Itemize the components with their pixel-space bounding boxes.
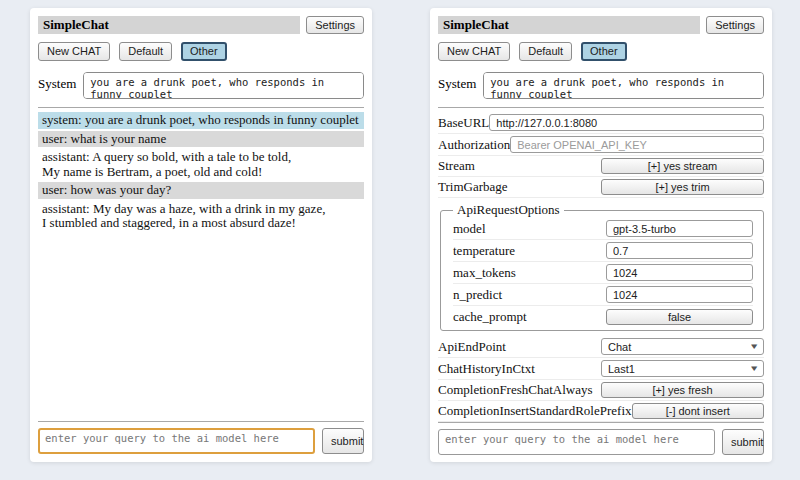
query-input[interactable]	[438, 429, 715, 455]
setting-label: TrimGarbage	[438, 179, 601, 195]
settings-button[interactable]: Settings	[306, 16, 364, 34]
chat-message-user: user: how was your day?	[38, 182, 364, 199]
submit-button[interactable]: submit	[322, 428, 364, 454]
baseurl-input[interactable]	[489, 114, 764, 131]
divider	[38, 107, 364, 108]
setting-label: Authorization	[438, 137, 510, 153]
setting-row-n-predict: n_predict	[453, 284, 753, 306]
setting-row-stream: Stream [+] yes stream	[438, 156, 764, 177]
setting-row-cache-prompt: cache_prompt false	[453, 306, 753, 327]
session-tab-other[interactable]: Other	[581, 42, 627, 61]
setting-label: model	[453, 221, 606, 237]
authorization-input[interactable]	[510, 136, 764, 153]
setting-row-trimgarbage: TrimGarbage [+] yes trim	[438, 177, 764, 198]
chat-message-system: system: you are a drunk poet, who respon…	[38, 112, 364, 129]
header: SimpleChat Settings	[38, 16, 364, 34]
session-tab-default[interactable]: Default	[519, 42, 572, 61]
system-prompt-row: System you are a drunk poet, who respond…	[438, 72, 764, 99]
chevron-down-icon: ▾	[752, 364, 758, 373]
chathistoryinctxt-select[interactable]: Last1 ▾	[601, 360, 764, 377]
new-chat-button[interactable]: New CHAT	[38, 42, 110, 61]
setting-row-completionfreshchatalways: CompletionFreshChatAlways [+] yes fresh	[438, 380, 764, 401]
query-area: submit	[438, 422, 764, 455]
session-toolbar: New CHAT Default Other	[38, 42, 364, 61]
setting-row-max-tokens: max_tokens	[453, 262, 753, 284]
session-tab-other[interactable]: Other	[181, 42, 227, 61]
api-request-options-fieldset: ApiRequestOptions model temperature max_…	[440, 202, 764, 331]
app-title: SimpleChat	[438, 16, 700, 34]
query-input[interactable]	[38, 428, 315, 454]
n-predict-input[interactable]	[606, 286, 753, 303]
cache-prompt-toggle-button[interactable]: false	[606, 309, 753, 325]
system-prompt-textarea[interactable]: you are a drunk poet, who responds in fu…	[83, 72, 364, 99]
chat-message-user: user: what is your name	[38, 131, 364, 148]
chat-panel: SimpleChat Settings New CHAT Default Oth…	[30, 8, 372, 462]
model-input[interactable]	[606, 220, 753, 237]
apiendpoint-select[interactable]: Chat ▾	[601, 338, 764, 355]
completionfreshchatalways-toggle-button[interactable]: [+] yes fresh	[601, 382, 764, 398]
system-label: System	[438, 72, 476, 99]
selected-value: Last1	[608, 363, 635, 375]
setting-row-baseurl: BaseURL	[438, 112, 764, 134]
setting-label: cache_prompt	[453, 309, 606, 325]
chat-message-assistant: assistant: A query so bold, with a tale …	[38, 149, 364, 180]
setting-row-model: model	[453, 218, 753, 240]
system-prompt-row: System you are a drunk poet, who respond…	[38, 72, 364, 99]
setting-label: ChatHistoryInCtxt	[438, 361, 601, 377]
setting-label: BaseURL	[438, 115, 489, 131]
setting-label: CompletionInsertStandardRolePrefix	[438, 403, 632, 419]
query-area: submit	[38, 421, 364, 454]
max-tokens-input[interactable]	[606, 264, 753, 281]
selected-value: Chat	[608, 341, 631, 353]
session-tab-default[interactable]: Default	[119, 42, 172, 61]
new-chat-button[interactable]: New CHAT	[438, 42, 510, 61]
app-title: SimpleChat	[38, 16, 300, 34]
setting-row-authorization: Authorization	[438, 134, 764, 156]
header: SimpleChat Settings	[438, 16, 764, 34]
setting-row-chathistoryinctxt: ChatHistoryInCtxt Last1 ▾	[438, 358, 764, 380]
setting-label: ApiEndPoint	[438, 339, 601, 355]
setting-row-apiendpoint: ApiEndPoint Chat ▾	[438, 336, 764, 358]
setting-label: n_predict	[453, 287, 606, 303]
setting-label: Stream	[438, 158, 601, 174]
chat-history: system: you are a drunk poet, who respon…	[38, 112, 364, 421]
settings-panel: SimpleChat Settings New CHAT Default Oth…	[430, 8, 772, 462]
temperature-input[interactable]	[606, 242, 753, 259]
chevron-down-icon: ▾	[752, 342, 758, 351]
settings-button[interactable]: Settings	[706, 16, 764, 34]
submit-button[interactable]: submit	[722, 429, 764, 455]
divider	[438, 107, 764, 108]
chat-message-assistant: assistant: My day was a haze, with a dri…	[38, 201, 364, 232]
setting-row-completioninsertstandardroleprefix: CompletionInsertStandardRolePrefix [-] d…	[438, 401, 764, 422]
setting-label: CompletionFreshChatAlways	[438, 382, 601, 398]
trimgarbage-toggle-button[interactable]: [+] yes trim	[601, 179, 764, 195]
setting-label: max_tokens	[453, 265, 606, 281]
completioninsertstandardroleprefix-toggle-button[interactable]: [-] dont insert	[632, 403, 764, 419]
setting-label: temperature	[453, 243, 606, 259]
setting-row-temperature: temperature	[453, 240, 753, 262]
session-toolbar: New CHAT Default Other	[438, 42, 764, 61]
system-label: System	[38, 72, 76, 99]
stream-toggle-button[interactable]: [+] yes stream	[601, 158, 764, 174]
settings-list: BaseURL Authorization Stream [+] yes str…	[438, 112, 764, 422]
fieldset-legend: ApiRequestOptions	[453, 202, 564, 218]
system-prompt-textarea[interactable]: you are a drunk poet, who responds in fu…	[483, 72, 764, 99]
